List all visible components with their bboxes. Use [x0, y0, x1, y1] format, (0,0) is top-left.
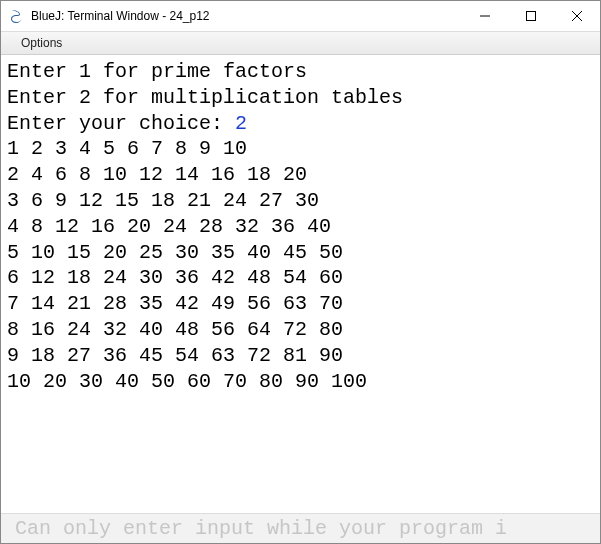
- output-line: Enter your choice:: [7, 112, 235, 135]
- output-line: 5 10 15 20 25 30 35 40 45 50: [7, 241, 343, 264]
- output-line: 10 20 30 40 50 60 70 80 90 100: [7, 370, 367, 393]
- minimize-button[interactable]: [462, 1, 508, 31]
- output-line: 3 6 9 12 15 18 21 24 27 30: [7, 189, 319, 212]
- app-icon: [9, 8, 25, 24]
- input-field[interactable]: Can only enter input while your program …: [1, 513, 600, 543]
- output-line: 1 2 3 4 5 6 7 8 9 10: [7, 137, 247, 160]
- output-line: 9 18 27 36 45 54 63 72 81 90: [7, 344, 343, 367]
- input-placeholder: Can only enter input while your program …: [15, 517, 507, 540]
- maximize-button[interactable]: [508, 1, 554, 31]
- output-line: Enter 2 for multiplication tables: [7, 86, 403, 109]
- window-controls: [462, 1, 600, 31]
- titlebar: BlueJ: Terminal Window - 24_p12: [1, 1, 600, 31]
- output-line: 7 14 21 28 35 42 49 56 63 70: [7, 292, 343, 315]
- menu-options[interactable]: Options: [15, 34, 68, 52]
- svg-rect-1: [527, 12, 536, 21]
- output-line: 6 12 18 24 30 36 42 48 54 60: [7, 266, 343, 289]
- window-title: BlueJ: Terminal Window - 24_p12: [31, 9, 462, 23]
- output-line: 2 4 6 8 10 12 14 16 18 20: [7, 163, 307, 186]
- close-button[interactable]: [554, 1, 600, 31]
- terminal-output: Enter 1 for prime factors Enter 2 for mu…: [1, 55, 600, 513]
- output-line: 4 8 12 16 20 24 28 32 36 40: [7, 215, 331, 238]
- output-line: Enter 1 for prime factors: [7, 60, 307, 83]
- menubar: Options: [1, 31, 600, 55]
- user-input: 2: [235, 112, 247, 135]
- output-line: 8 16 24 32 40 48 56 64 72 80: [7, 318, 343, 341]
